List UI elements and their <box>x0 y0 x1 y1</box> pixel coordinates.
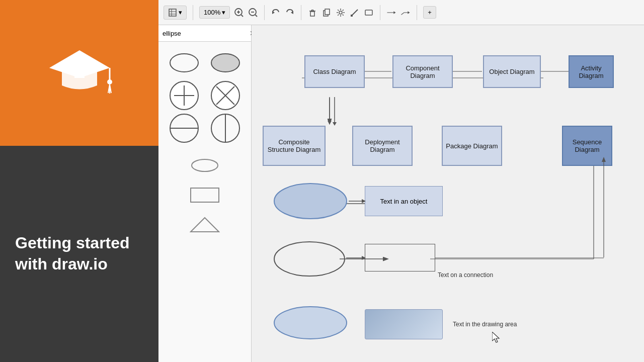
sequence-diagram-box[interactable]: Sequence Diagram <box>562 126 612 166</box>
component-diagram-label: Component Diagram <box>396 64 449 79</box>
content-area: ✕ <box>158 25 644 362</box>
canvas-rect-1[interactable] <box>365 244 435 272</box>
deployment-diagram-label: Deployment Diagram <box>356 138 409 153</box>
search-input[interactable] <box>163 30 247 37</box>
mouse-cursor <box>492 332 502 342</box>
gradient-rect[interactable] <box>365 309 443 339</box>
divider-4 <box>380 5 380 20</box>
divider-3 <box>301 5 301 20</box>
svg-rect-29 <box>351 15 353 17</box>
divider-1 <box>193 5 193 20</box>
settings-button[interactable] <box>336 8 346 18</box>
zoom-selector[interactable]: 100% ▾ <box>199 6 230 19</box>
zoom-arrow: ▾ <box>222 9 225 16</box>
package-diagram-label: Package Diagram <box>446 142 498 150</box>
composite-diagram-box[interactable]: Composite Structure Diagram <box>263 126 326 166</box>
svg-point-62 <box>274 184 347 219</box>
activity-diagram-label: Activity Diagram <box>570 64 613 79</box>
object-diagram-label: Object Diagram <box>489 68 534 75</box>
svg-point-37 <box>211 54 239 72</box>
svg-rect-49 <box>191 188 219 202</box>
svg-line-33 <box>401 13 405 15</box>
canvas[interactable]: Class Diagram Component Diagram Object D… <box>252 25 644 362</box>
shape-button[interactable] <box>364 8 374 18</box>
page-view-arrow: ▾ <box>179 9 182 16</box>
divider-5 <box>417 5 417 20</box>
svg-marker-18 <box>272 11 275 14</box>
svg-point-64 <box>274 307 347 339</box>
svg-marker-35 <box>408 11 410 14</box>
main-area: ▾ 100% ▾ <box>158 0 644 362</box>
dark-text-panel: Getting started with draw.io <box>0 146 158 362</box>
svg-marker-19 <box>291 11 293 14</box>
svg-point-48 <box>192 159 218 171</box>
svg-point-3 <box>107 79 112 84</box>
text-in-object-label: Text in an object <box>380 198 428 205</box>
svg-marker-65 <box>492 332 499 342</box>
svg-rect-30 <box>365 10 372 15</box>
composite-diagram-label: Composite Structure Diagram <box>266 138 322 153</box>
ellipse-2-svg <box>272 239 347 279</box>
svg-point-63 <box>274 242 345 276</box>
zoom-value: 100% <box>204 9 220 16</box>
text-in-drawing: Text in the drawing area <box>453 321 517 328</box>
svg-marker-61 <box>328 121 332 125</box>
ellipse-3-svg <box>272 304 350 342</box>
add-icon: + <box>428 9 432 16</box>
svg-point-27 <box>339 11 342 14</box>
ellipse-1-svg <box>272 181 350 221</box>
tagline-text: Getting started with draw.io <box>15 233 143 275</box>
search-bar: ✕ <box>158 25 251 42</box>
svg-line-12 <box>242 15 244 17</box>
ellipse-outline-item[interactable] <box>166 49 202 77</box>
shape-sidebar: ✕ <box>158 25 252 362</box>
divider-2 <box>264 5 265 20</box>
graduation-cap-icon <box>47 45 112 101</box>
svg-marker-50 <box>191 218 219 232</box>
ellipse-half-right-item[interactable] <box>207 115 244 142</box>
copy-button[interactable] <box>321 8 332 18</box>
small-triangle-item[interactable] <box>190 216 220 233</box>
zoom-in-button[interactable] <box>234 8 244 18</box>
redo-button[interactable] <box>285 8 295 18</box>
shape-grid <box>158 42 251 150</box>
class-diagram-box[interactable]: Class Diagram <box>304 55 365 88</box>
sequence-diagram-label: Sequence Diagram <box>563 138 611 153</box>
component-diagram-box[interactable]: Component Diagram <box>392 55 453 88</box>
text-on-connection: Text on a connection <box>438 272 493 279</box>
arrow-button[interactable] <box>386 8 396 18</box>
class-diagram-label: Class Diagram <box>313 68 356 75</box>
svg-rect-26 <box>325 9 330 15</box>
waypoint-button[interactable] <box>400 8 411 18</box>
ellipse-half-bottom-item[interactable] <box>166 115 202 142</box>
small-ellipse-item[interactable] <box>190 156 220 174</box>
object-diagram-box[interactable]: Object Diagram <box>483 55 541 88</box>
svg-line-16 <box>256 15 258 17</box>
sidebar-extra-shapes <box>158 150 251 240</box>
orange-header <box>0 0 158 146</box>
small-rect-item[interactable] <box>190 186 220 204</box>
package-diagram-box[interactable]: Package Diagram <box>442 126 502 166</box>
text-in-object-box[interactable]: Text in an object <box>365 186 443 216</box>
toolbar: ▾ 100% ▾ <box>158 0 644 25</box>
svg-marker-74 <box>333 122 337 126</box>
ellipse-filled-item[interactable] <box>207 49 244 77</box>
add-button[interactable]: + <box>423 6 436 19</box>
page-view-button[interactable]: ▾ <box>164 6 187 20</box>
svg-rect-20 <box>310 12 314 16</box>
activity-diagram-box[interactable]: Activity Diagram <box>569 55 614 88</box>
ellipse-x-item[interactable] <box>207 82 244 110</box>
delete-button[interactable] <box>307 8 317 18</box>
format-button[interactable] <box>350 8 360 18</box>
undo-button[interactable] <box>271 8 281 18</box>
svg-point-36 <box>170 54 198 72</box>
ellipse-plus-item[interactable] <box>166 82 202 110</box>
left-panel: Getting started with draw.io <box>0 0 158 362</box>
svg-rect-7 <box>169 9 176 16</box>
svg-marker-32 <box>394 11 396 14</box>
zoom-out-button[interactable] <box>248 8 258 18</box>
deployment-diagram-box[interactable]: Deployment Diagram <box>352 126 413 166</box>
